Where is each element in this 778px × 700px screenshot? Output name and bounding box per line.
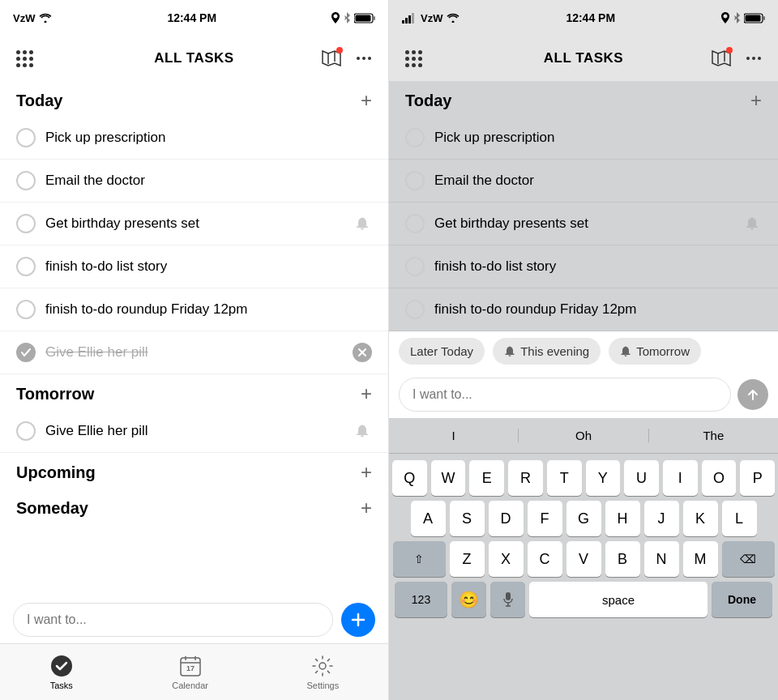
- key-p[interactable]: P: [740, 460, 775, 496]
- task-label: Get birthday presents set: [434, 216, 733, 232]
- key-t[interactable]: T: [547, 460, 582, 496]
- right-send-button[interactable]: [737, 379, 768, 410]
- map-icon-right[interactable]: [710, 47, 733, 70]
- key-o[interactable]: O: [702, 460, 737, 496]
- key-y[interactable]: Y: [586, 460, 621, 496]
- status-bar-right: VzW 12:44 PM: [389, 0, 778, 36]
- key-s[interactable]: S: [450, 501, 485, 536]
- suggestion-the[interactable]: The: [649, 429, 778, 442]
- task-delete-btn[interactable]: [353, 343, 372, 362]
- key-x[interactable]: X: [489, 541, 524, 577]
- key-u[interactable]: U: [624, 460, 659, 496]
- key-emoji[interactable]: 😊: [451, 582, 486, 617]
- right-input-field[interactable]: [399, 378, 731, 412]
- key-v[interactable]: V: [566, 541, 601, 577]
- bell-chip-svg1: [504, 345, 515, 358]
- key-l[interactable]: L: [722, 501, 757, 536]
- tab-settings[interactable]: Settings: [306, 654, 339, 690]
- key-a[interactable]: A: [411, 501, 446, 536]
- task-item-completed[interactable]: Give Ellie her pill: [0, 331, 388, 374]
- more-icon-left[interactable]: [353, 47, 375, 70]
- later-today-label: Later Today: [410, 344, 473, 358]
- task-checkbox[interactable]: [16, 171, 36, 190]
- left-input-field[interactable]: [13, 603, 333, 637]
- grid-icon-right[interactable]: [402, 47, 425, 70]
- right-today-add-btn[interactable]: +: [750, 91, 762, 110]
- task-checkbox[interactable]: [16, 128, 36, 147]
- task-checkbox[interactable]: [405, 300, 425, 319]
- task-item[interactable]: finish to-do roundup Friday 12pm: [389, 288, 778, 331]
- key-done[interactable]: Done: [712, 582, 772, 617]
- task-checkbox[interactable]: [16, 257, 36, 276]
- key-w[interactable]: W: [431, 460, 466, 496]
- task-reminder-icon[interactable]: [353, 214, 372, 233]
- task-item[interactable]: Email the doctor: [389, 160, 778, 203]
- task-checkbox-completed[interactable]: [16, 343, 36, 362]
- bell-chip-svg2: [620, 345, 631, 358]
- key-shift[interactable]: ⇧: [393, 541, 446, 577]
- signal-icon-right: [402, 13, 417, 23]
- key-f[interactable]: F: [528, 501, 562, 536]
- task-item[interactable]: Pick up prescription: [0, 117, 388, 160]
- task-reminder-icon[interactable]: [742, 214, 762, 233]
- task-reminder-icon[interactable]: [353, 421, 372, 441]
- task-checkbox[interactable]: [16, 214, 36, 233]
- svg-rect-31: [506, 592, 511, 600]
- settings-svg: [311, 655, 334, 677]
- upcoming-add-btn[interactable]: +: [361, 463, 372, 482]
- task-label: finish to-do list story: [45, 258, 372, 275]
- key-q[interactable]: Q: [392, 460, 427, 496]
- key-c[interactable]: C: [528, 541, 562, 577]
- someday-add-btn[interactable]: +: [361, 498, 372, 518]
- task-item[interactable]: finish to-do list story: [389, 245, 778, 288]
- grid-icon-left[interactable]: [13, 47, 36, 70]
- suggestion-i[interactable]: I: [389, 429, 519, 442]
- key-d[interactable]: D: [489, 501, 524, 536]
- task-item[interactable]: Get birthday presents set: [0, 203, 388, 245]
- this-evening-chip[interactable]: This evening: [493, 338, 601, 365]
- key-j[interactable]: J: [644, 501, 679, 536]
- later-today-chip[interactable]: Later Today: [399, 338, 485, 365]
- task-item[interactable]: finish to-do roundup Friday 12pm: [0, 288, 388, 331]
- task-checkbox[interactable]: [16, 300, 36, 319]
- right-today-header: Today +: [389, 81, 778, 117]
- key-backspace[interactable]: ⌫: [722, 541, 775, 577]
- task-checkbox[interactable]: [16, 421, 36, 441]
- task-item[interactable]: finish to-do list story: [0, 245, 388, 288]
- key-m[interactable]: M: [683, 541, 718, 577]
- tomorrow-add-btn[interactable]: +: [361, 384, 372, 403]
- key-k[interactable]: K: [683, 501, 718, 536]
- task-checkbox[interactable]: [405, 214, 425, 233]
- key-r[interactable]: R: [508, 460, 543, 496]
- tab-tasks[interactable]: Tasks: [49, 654, 74, 690]
- key-i[interactable]: I: [663, 460, 698, 496]
- tasks-svg: [50, 655, 73, 677]
- left-scroll-area[interactable]: Today + Pick up prescription Email the d…: [0, 81, 388, 596]
- carrier-left: VzW: [13, 12, 35, 24]
- keyboard: I Oh The Q W E R T Y U I O P A S D: [389, 418, 778, 700]
- key-g[interactable]: G: [566, 501, 601, 536]
- key-numbers[interactable]: 123: [395, 582, 447, 617]
- key-h[interactable]: H: [605, 501, 640, 536]
- suggestion-oh[interactable]: Oh: [519, 429, 648, 442]
- key-b[interactable]: B: [605, 541, 640, 577]
- more-icon-right[interactable]: [742, 47, 765, 70]
- left-add-button[interactable]: [341, 603, 375, 637]
- today-add-btn[interactable]: +: [361, 91, 372, 110]
- task-item[interactable]: Pick up prescription: [389, 117, 778, 160]
- task-item[interactable]: Give Ellie her pill: [0, 410, 388, 453]
- key-e[interactable]: E: [469, 460, 504, 496]
- key-mic[interactable]: [490, 582, 525, 617]
- key-z[interactable]: Z: [450, 541, 485, 577]
- map-icon-left[interactable]: [320, 47, 343, 70]
- task-item[interactable]: Get birthday presents set: [389, 203, 778, 245]
- key-n[interactable]: N: [644, 541, 679, 577]
- task-checkbox[interactable]: [405, 257, 425, 276]
- task-checkbox[interactable]: [405, 128, 425, 147]
- ellipsis-svg-right: [744, 49, 763, 68]
- task-item[interactable]: Email the doctor: [0, 160, 388, 203]
- tab-calendar[interactable]: 17 Calendar: [172, 654, 208, 690]
- key-space[interactable]: space: [529, 582, 707, 617]
- task-checkbox[interactable]: [405, 171, 425, 190]
- tomorrow-chip[interactable]: Tomorrow: [609, 338, 701, 365]
